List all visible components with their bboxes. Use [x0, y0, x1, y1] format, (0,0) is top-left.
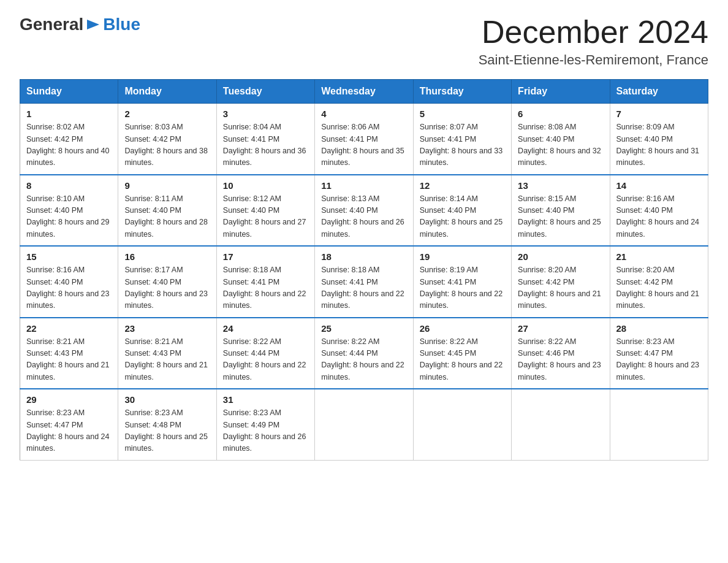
- page-header: General Blue December 2024 Saint-Etienne…: [20, 15, 708, 68]
- day-cell: 19Sunrise: 8:19 AMSunset: 4:41 PMDayligh…: [413, 246, 511, 318]
- column-header-thursday: Thursday: [413, 80, 511, 104]
- day-number: 30: [124, 394, 210, 405]
- day-cell: 10Sunrise: 8:12 AMSunset: 4:40 PMDayligh…: [216, 175, 314, 247]
- day-cell: 13Sunrise: 8:15 AMSunset: 4:40 PMDayligh…: [512, 175, 610, 247]
- day-info: Sunrise: 8:07 AMSunset: 4:41 PMDaylight:…: [420, 121, 505, 169]
- day-cell: 15Sunrise: 8:16 AMSunset: 4:40 PMDayligh…: [20, 246, 118, 318]
- column-header-monday: Monday: [118, 80, 216, 104]
- day-info: Sunrise: 8:08 AMSunset: 4:40 PMDaylight:…: [518, 121, 603, 169]
- day-number: 22: [26, 323, 112, 334]
- day-info: Sunrise: 8:10 AMSunset: 4:40 PMDaylight:…: [26, 193, 112, 241]
- column-header-sunday: Sunday: [20, 80, 118, 104]
- day-cell: [315, 389, 413, 460]
- day-info: Sunrise: 8:23 AMSunset: 4:49 PMDaylight:…: [223, 407, 308, 455]
- day-info: Sunrise: 8:23 AMSunset: 4:48 PMDaylight:…: [124, 407, 210, 455]
- day-number: 31: [223, 394, 308, 405]
- day-cell: 18Sunrise: 8:18 AMSunset: 4:41 PMDayligh…: [315, 246, 413, 318]
- day-cell: 1Sunrise: 8:02 AMSunset: 4:42 PMDaylight…: [20, 104, 118, 175]
- day-cell: 20Sunrise: 8:20 AMSunset: 4:42 PMDayligh…: [512, 246, 610, 318]
- day-number: 5: [420, 109, 505, 119]
- day-number: 6: [518, 109, 603, 119]
- day-info: Sunrise: 8:20 AMSunset: 4:42 PMDaylight:…: [616, 264, 702, 312]
- day-info: Sunrise: 8:23 AMSunset: 4:47 PMDaylight:…: [616, 336, 702, 384]
- day-info: Sunrise: 8:22 AMSunset: 4:44 PMDaylight:…: [321, 336, 406, 384]
- logo-general-text: General: [20, 15, 83, 34]
- day-number: 19: [420, 251, 505, 262]
- day-info: Sunrise: 8:04 AMSunset: 4:41 PMDaylight:…: [223, 121, 308, 169]
- day-info: Sunrise: 8:16 AMSunset: 4:40 PMDaylight:…: [616, 193, 702, 241]
- day-info: Sunrise: 8:13 AMSunset: 4:40 PMDaylight:…: [321, 193, 406, 241]
- day-number: 27: [518, 323, 603, 334]
- day-info: Sunrise: 8:12 AMSunset: 4:40 PMDaylight:…: [223, 193, 308, 241]
- day-cell: 9Sunrise: 8:11 AMSunset: 4:40 PMDaylight…: [118, 175, 216, 247]
- day-cell: [610, 389, 708, 460]
- day-number: 10: [223, 180, 308, 191]
- day-cell: 8Sunrise: 8:10 AMSunset: 4:40 PMDaylight…: [20, 175, 118, 247]
- day-info: Sunrise: 8:23 AMSunset: 4:47 PMDaylight:…: [26, 407, 112, 455]
- day-info: Sunrise: 8:17 AMSunset: 4:40 PMDaylight:…: [124, 264, 210, 312]
- day-number: 15: [26, 251, 112, 262]
- day-info: Sunrise: 8:18 AMSunset: 4:41 PMDaylight:…: [321, 264, 406, 312]
- day-number: 12: [420, 180, 505, 191]
- day-info: Sunrise: 8:09 AMSunset: 4:40 PMDaylight:…: [616, 121, 702, 169]
- day-cell: [413, 389, 511, 460]
- day-cell: 2Sunrise: 8:03 AMSunset: 4:42 PMDaylight…: [118, 104, 216, 175]
- day-info: Sunrise: 8:02 AMSunset: 4:42 PMDaylight:…: [26, 121, 112, 169]
- day-info: Sunrise: 8:22 AMSunset: 4:46 PMDaylight:…: [518, 336, 603, 384]
- day-number: 1: [26, 109, 112, 119]
- day-number: 18: [321, 251, 406, 262]
- day-cell: [512, 389, 610, 460]
- column-header-wednesday: Wednesday: [315, 80, 413, 104]
- day-number: 9: [124, 180, 210, 191]
- day-cell: 23Sunrise: 8:21 AMSunset: 4:43 PMDayligh…: [118, 318, 216, 389]
- day-number: 7: [616, 109, 702, 119]
- week-row-1: 1Sunrise: 8:02 AMSunset: 4:42 PMDaylight…: [20, 104, 708, 175]
- day-number: 20: [518, 251, 603, 262]
- day-info: Sunrise: 8:03 AMSunset: 4:42 PMDaylight:…: [124, 121, 210, 169]
- month-title: December 2024: [479, 15, 708, 50]
- day-cell: 14Sunrise: 8:16 AMSunset: 4:40 PMDayligh…: [610, 175, 708, 247]
- svg-marker-0: [87, 20, 99, 29]
- day-cell: 27Sunrise: 8:22 AMSunset: 4:46 PMDayligh…: [512, 318, 610, 389]
- logo: General Blue: [20, 15, 140, 34]
- day-cell: 25Sunrise: 8:22 AMSunset: 4:44 PMDayligh…: [315, 318, 413, 389]
- day-cell: 3Sunrise: 8:04 AMSunset: 4:41 PMDaylight…: [216, 104, 314, 175]
- day-cell: 24Sunrise: 8:22 AMSunset: 4:44 PMDayligh…: [216, 318, 314, 389]
- day-cell: 6Sunrise: 8:08 AMSunset: 4:40 PMDaylight…: [512, 104, 610, 175]
- location-subtitle: Saint-Etienne-les-Remiremont, France: [479, 52, 708, 68]
- column-header-tuesday: Tuesday: [216, 80, 314, 104]
- day-number: 23: [124, 323, 210, 334]
- day-number: 17: [223, 251, 308, 262]
- day-number: 28: [616, 323, 702, 334]
- day-info: Sunrise: 8:22 AMSunset: 4:44 PMDaylight:…: [223, 336, 308, 384]
- day-number: 2: [124, 109, 210, 119]
- day-number: 29: [26, 394, 112, 405]
- day-cell: 22Sunrise: 8:21 AMSunset: 4:43 PMDayligh…: [20, 318, 118, 389]
- week-row-3: 15Sunrise: 8:16 AMSunset: 4:40 PMDayligh…: [20, 246, 708, 318]
- day-info: Sunrise: 8:21 AMSunset: 4:43 PMDaylight:…: [124, 336, 210, 384]
- day-number: 4: [321, 109, 406, 119]
- day-cell: 28Sunrise: 8:23 AMSunset: 4:47 PMDayligh…: [610, 318, 708, 389]
- day-info: Sunrise: 8:06 AMSunset: 4:41 PMDaylight:…: [321, 121, 406, 169]
- day-info: Sunrise: 8:11 AMSunset: 4:40 PMDaylight:…: [124, 193, 210, 241]
- title-area: December 2024 Saint-Etienne-les-Remiremo…: [479, 15, 708, 68]
- day-info: Sunrise: 8:20 AMSunset: 4:42 PMDaylight:…: [518, 264, 603, 312]
- day-cell: 21Sunrise: 8:20 AMSunset: 4:42 PMDayligh…: [610, 246, 708, 318]
- column-header-friday: Friday: [512, 80, 610, 104]
- day-number: 25: [321, 323, 406, 334]
- day-cell: 12Sunrise: 8:14 AMSunset: 4:40 PMDayligh…: [413, 175, 511, 247]
- day-number: 21: [616, 251, 702, 262]
- calendar-table: SundayMondayTuesdayWednesdayThursdayFrid…: [20, 79, 708, 461]
- day-number: 24: [223, 323, 308, 334]
- day-cell: 7Sunrise: 8:09 AMSunset: 4:40 PMDaylight…: [610, 104, 708, 175]
- day-info: Sunrise: 8:19 AMSunset: 4:41 PMDaylight:…: [420, 264, 505, 312]
- week-row-5: 29Sunrise: 8:23 AMSunset: 4:47 PMDayligh…: [20, 389, 708, 460]
- day-headers-row: SundayMondayTuesdayWednesdayThursdayFrid…: [20, 80, 708, 104]
- day-number: 11: [321, 180, 406, 191]
- day-number: 3: [223, 109, 308, 119]
- day-number: 26: [420, 323, 505, 334]
- logo-triangle-icon: [85, 16, 102, 33]
- column-header-saturday: Saturday: [610, 80, 708, 104]
- day-cell: 11Sunrise: 8:13 AMSunset: 4:40 PMDayligh…: [315, 175, 413, 247]
- day-number: 13: [518, 180, 603, 191]
